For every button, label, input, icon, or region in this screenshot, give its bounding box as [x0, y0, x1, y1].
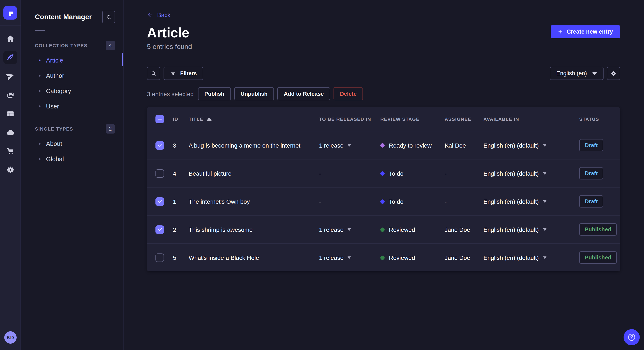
home-icon[interactable] — [4, 32, 17, 45]
unpublish-button[interactable]: Unpublish — [234, 87, 274, 100]
sidebar-item-label: About — [46, 140, 62, 147]
sidebar-section-header: COLLECTION TYPES4 — [21, 41, 123, 50]
row-review-stage: To do — [380, 170, 445, 177]
row-review-stage: To do — [380, 198, 445, 205]
publish-button[interactable]: Publish — [198, 87, 231, 100]
row-release[interactable]: 1 release — [319, 142, 380, 149]
check-icon — [157, 143, 162, 148]
row-title: A bug is becoming a meme on the internet — [189, 142, 319, 149]
stage-dot-icon — [380, 171, 384, 175]
row-checkbox[interactable] — [156, 253, 164, 262]
column-header-assignee: ASSIGNEE — [445, 117, 484, 122]
column-header-id: ID — [173, 117, 189, 122]
chevron-down-icon — [347, 144, 351, 147]
delete-button[interactable]: Delete — [334, 87, 363, 100]
scrollbar-thumb[interactable] — [122, 53, 123, 66]
section-label: COLLECTION TYPES — [35, 43, 88, 48]
column-header-available: AVAILABLE IN — [484, 117, 579, 122]
stage-dot-icon — [380, 199, 384, 203]
row-id: 1 — [173, 198, 189, 205]
filters-button[interactable]: Filters — [164, 67, 203, 80]
row-release[interactable]: - — [319, 198, 380, 205]
status-badge: Draft — [579, 195, 603, 207]
settings-gear-icon[interactable] — [4, 163, 17, 176]
filters-label: Filters — [180, 70, 197, 77]
releases-icon[interactable] — [4, 69, 17, 83]
page-title: Article — [147, 24, 192, 41]
row-id: 3 — [173, 142, 189, 149]
row-checkbox[interactable] — [156, 197, 164, 206]
view-settings-button[interactable] — [607, 67, 620, 80]
row-locale[interactable]: English (en) (default) — [484, 170, 579, 177]
stage-dot-icon — [380, 255, 384, 260]
sidebar-item-label: Category — [46, 88, 71, 94]
row-release[interactable]: 1 release — [319, 226, 380, 233]
row-review-stage: Reviewed — [380, 254, 445, 261]
strapi-logo-mark — [6, 8, 15, 17]
table-row[interactable]: 2 This shrimp is awesome 1 release Revie… — [147, 215, 620, 243]
deploy-cloud-icon[interactable] — [4, 126, 17, 139]
row-title: This shrimp is awesome — [189, 226, 319, 233]
sidebar-item-category[interactable]: Category — [21, 83, 123, 99]
content-manager-icon[interactable] — [4, 51, 17, 64]
bullet-icon — [39, 105, 40, 107]
row-checkbox[interactable] — [156, 225, 164, 234]
table-row[interactable]: 4 Beautiful picture - To do - English (e… — [147, 159, 620, 187]
sidebar-item-global[interactable]: Global — [21, 151, 123, 167]
entries-table: ID TITLE TO BE RELEASED IN REVIEW STAGE … — [147, 107, 620, 271]
locale-select[interactable]: English (en) — [550, 67, 604, 80]
row-release[interactable]: 1 release — [319, 254, 380, 261]
search-button[interactable] — [147, 67, 160, 80]
select-all-checkbox[interactable] — [156, 115, 164, 123]
help-button[interactable] — [624, 329, 640, 345]
bullet-icon — [39, 90, 40, 92]
sidebar-item-article[interactable]: Article — [21, 53, 123, 68]
sidebar-item-label: User — [46, 103, 59, 110]
table-row[interactable]: 1 The internet's Own boy - To do - Engli… — [147, 187, 620, 215]
section-count-badge: 2 — [106, 124, 115, 134]
back-label: Back — [157, 11, 170, 18]
row-locale[interactable]: English (en) (default) — [484, 254, 579, 261]
add-to-release-button[interactable]: Add to Release — [277, 87, 330, 100]
back-link[interactable]: Back — [147, 11, 170, 18]
app: KD Content Manager COLLECTION TYPES4Arti… — [0, 0, 644, 350]
avatar[interactable]: KD — [4, 331, 16, 344]
sort-title-button[interactable]: TITLE — [189, 117, 212, 122]
row-locale[interactable]: English (en) (default) — [484, 142, 579, 149]
table-header-row: ID TITLE TO BE RELEASED IN REVIEW STAGE … — [147, 107, 620, 131]
row-review-stage: Ready to review — [380, 142, 445, 149]
section-count-badge: 4 — [106, 41, 115, 50]
row-checkbox[interactable] — [156, 141, 164, 150]
gear-icon — [610, 70, 617, 77]
row-assignee: Kai Doe — [445, 142, 484, 149]
check-icon — [157, 227, 162, 232]
sidebar-item-user[interactable]: User — [21, 99, 123, 114]
row-assignee: - — [445, 198, 484, 205]
content-type-builder-icon[interactable] — [4, 107, 17, 120]
check-icon — [157, 199, 162, 204]
sidebar-search-button[interactable] — [102, 11, 115, 23]
marketplace-cart-icon[interactable] — [4, 144, 17, 158]
bullet-icon — [39, 143, 40, 145]
media-library-icon[interactable] — [4, 88, 17, 102]
section-label: SINGLE TYPES — [35, 126, 73, 131]
table-row[interactable]: 5 What's inside a Black Hole 1 release R… — [147, 243, 620, 271]
row-locale[interactable]: English (en) (default) — [484, 226, 579, 233]
row-id: 2 — [173, 226, 189, 233]
entries-count: 5 entries found — [147, 43, 192, 51]
chevron-down-icon — [592, 72, 597, 75]
indeterminate-dash-icon — [158, 119, 162, 120]
row-locale[interactable]: English (en) (default) — [484, 198, 579, 205]
column-header-release: TO BE RELEASED IN — [319, 117, 380, 122]
create-entry-button[interactable]: Create new entry — [551, 25, 620, 38]
sidebar-item-author[interactable]: Author — [21, 68, 123, 83]
chevron-down-icon — [543, 172, 546, 175]
sidebar-item-label: Author — [46, 72, 64, 79]
table-row[interactable]: 3 A bug is becoming a meme on the intern… — [147, 131, 620, 159]
chevron-down-icon — [543, 228, 546, 231]
strapi-logo[interactable] — [4, 6, 17, 19]
row-assignee: Jane Doe — [445, 226, 484, 233]
sidebar-item-about[interactable]: About — [21, 136, 123, 151]
row-checkbox[interactable] — [156, 169, 164, 177]
row-release[interactable]: - — [319, 170, 380, 177]
